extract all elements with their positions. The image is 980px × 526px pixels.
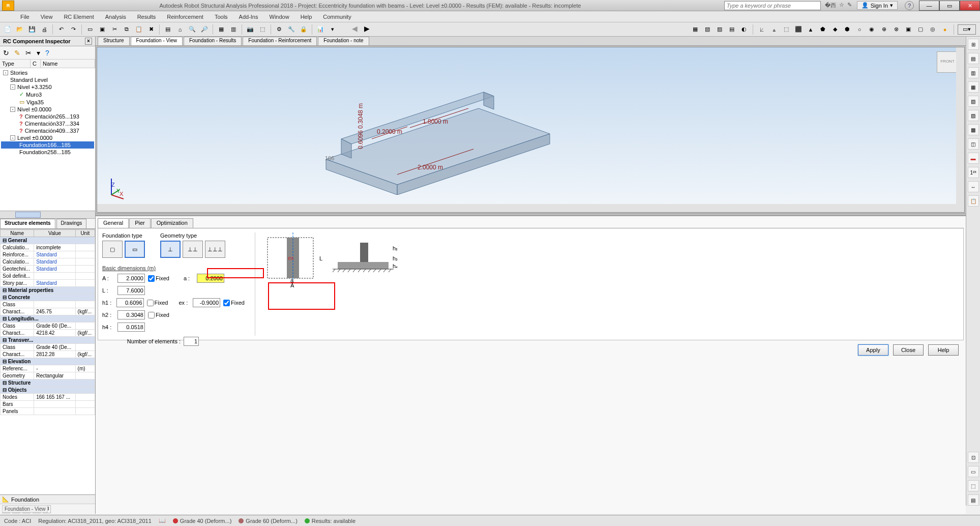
zoom-in-icon[interactable]: 🔍	[187, 24, 198, 35]
menu-view[interactable]: View	[36, 13, 58, 21]
rt-icon[interactable]: ▭	[968, 466, 979, 477]
tab-structure-elements[interactable]: Structure elements	[0, 219, 55, 228]
vm-icon[interactable]: ▢	[915, 24, 926, 35]
panel-close-icon[interactable]: ×	[85, 38, 92, 45]
subtab-optimization[interactable]: Optimization	[151, 218, 193, 228]
A-fixed-check[interactable]	[148, 275, 155, 282]
grid-icon[interactable]: ▥	[228, 24, 239, 35]
vm-icon[interactable]: ◉	[867, 24, 877, 35]
tab-structure[interactable]: Structure	[98, 37, 130, 45]
drop-icon[interactable]: ▾	[37, 49, 40, 57]
icon-a[interactable]: �西	[825, 2, 836, 9]
tree-node[interactable]: ?Cimentación409...337	[1, 127, 94, 134]
save-icon[interactable]: 💾	[26, 24, 38, 35]
ftype-1[interactable]: ▢	[102, 241, 123, 258]
tree-node[interactable]: ✓Muro3	[1, 91, 94, 98]
cut-icon[interactable]: ✂	[109, 24, 120, 35]
menu-reinforcement[interactable]: Reinforcement	[162, 13, 209, 21]
undo-icon[interactable]: ↶	[55, 24, 67, 35]
gear-icon[interactable]: ⚙	[274, 24, 285, 35]
vm-icon[interactable]: ⊕	[879, 24, 889, 35]
vm-icon[interactable]: ⬚	[781, 24, 791, 35]
close-button[interactable]: Close	[893, 344, 924, 356]
vm-icon[interactable]: ⊗	[891, 24, 901, 35]
vm-icon[interactable]: ◎	[928, 24, 938, 35]
viewport[interactable]: FRONT 0.2000	[96, 46, 966, 214]
h1-fixed-check[interactable]	[147, 300, 154, 306]
tree-node[interactable]: ?Cimentación337...334	[1, 120, 94, 127]
rt-icon[interactable]: ▩	[968, 124, 979, 135]
signin-button[interactable]: 👤Sign In▾	[857, 1, 898, 10]
subtab-pier[interactable]: Pier	[129, 218, 151, 228]
viewport-vscroll[interactable]	[956, 47, 964, 204]
next-arrow-icon[interactable]: ▶	[362, 24, 372, 35]
rt-icon[interactable]: ▥	[968, 67, 979, 78]
ftype-2[interactable]: ▭	[125, 241, 145, 258]
menu-rc-element[interactable]: RC Element	[58, 13, 99, 21]
tab-foundation-note[interactable]: Foundation - note	[318, 37, 369, 45]
menu-window[interactable]: Window	[264, 13, 294, 21]
foundation-bottom-tab[interactable]: 📐 Foundation	[0, 494, 95, 504]
help-button[interactable]: Help	[928, 344, 959, 356]
zoom-ext-icon[interactable]: ⌂	[174, 24, 186, 35]
del-icon[interactable]: ✖	[145, 24, 157, 35]
rt-icon[interactable]: ⊞	[968, 39, 979, 50]
menu-community[interactable]: Community	[318, 13, 357, 21]
rt-icon[interactable]: ▧	[968, 96, 979, 107]
tree-node[interactable]: ▭Viga35	[1, 98, 94, 106]
rt-icon[interactable]: ▤	[968, 53, 979, 64]
dropdown-icon[interactable]: ▾	[327, 24, 338, 35]
component-tree[interactable]: -StoriesStandard Level-Nivel +3.3250✓Mur…	[0, 68, 95, 211]
menu-file[interactable]: File	[15, 13, 35, 21]
tree-node[interactable]: Foundation166...185	[1, 141, 94, 149]
vm-icon[interactable]: ◆	[830, 24, 840, 35]
screenshot-icon[interactable]: 📷	[245, 24, 256, 35]
vm-icon[interactable]: ⬟	[818, 24, 828, 35]
refresh-icon[interactable]: ↻	[3, 49, 9, 57]
prev-arrow-icon[interactable]: ◀	[349, 24, 360, 35]
ex-input[interactable]	[193, 298, 220, 307]
rt-icon[interactable]: 📋	[968, 195, 979, 207]
tab-foundation-results[interactable]: Foundation - Results	[184, 37, 242, 45]
vm-icon[interactable]: ▦	[690, 24, 700, 35]
tab-foundation-reinforcement[interactable]: Foundation - Reinforcement	[243, 37, 317, 45]
tree-node[interactable]: ?Cimentación265...193	[1, 113, 94, 120]
tree-node[interactable]: -Stories	[1, 69, 94, 76]
wrench-icon[interactable]: 🔧	[286, 24, 297, 35]
redo-icon[interactable]: ↷	[68, 24, 79, 35]
vm-icon[interactable]: ⬢	[842, 24, 852, 35]
tree-node[interactable]: Standard Level	[1, 76, 94, 83]
L-input[interactable]	[117, 286, 145, 295]
tree-node[interactable]: Foundation258...185	[1, 149, 94, 156]
layout-dropdown-icon[interactable]: ▭▾	[958, 24, 976, 35]
vm-icon[interactable]: ▣	[903, 24, 913, 35]
rt-icon[interactable]: ◫	[968, 138, 979, 150]
close-button[interactable]: ✕	[960, 1, 980, 11]
select-icon[interactable]: ▭	[84, 24, 96, 35]
rt-icon[interactable]: ▬	[968, 153, 979, 164]
menu-results[interactable]: Results	[132, 13, 161, 21]
vm-icon[interactable]: ⟁	[769, 24, 779, 35]
h2-fixed-check[interactable]	[148, 312, 155, 318]
search-input[interactable]	[724, 1, 821, 10]
tool-icon[interactable]: ▣	[97, 24, 108, 35]
window-icon[interactable]: ▤	[162, 24, 173, 35]
property-grid[interactable]: NameValueUnit ⊟ GeneralCalculatio...inco…	[0, 229, 95, 494]
wand-icon[interactable]: ✎	[14, 49, 20, 57]
tab-drawings[interactable]: Drawings	[56, 219, 87, 228]
zoom-out-icon[interactable]: 🔎	[199, 24, 210, 35]
a-input[interactable]	[197, 274, 224, 283]
help-icon[interactable]: ?	[905, 1, 914, 10]
help-icon[interactable]: ?	[45, 49, 49, 57]
tree-scrollbar[interactable]	[0, 211, 95, 219]
rt-icon[interactable]: ⬚	[968, 480, 979, 491]
gtype-1[interactable]: ⊥	[160, 241, 181, 258]
material-icon[interactable]: ⬚	[257, 24, 268, 35]
paste-icon[interactable]: 📋	[133, 24, 144, 35]
minimize-button[interactable]: —	[919, 1, 939, 11]
icon-c[interactable]: ✎	[847, 2, 852, 9]
tree-node[interactable]: -Nivel ±0.0000	[1, 106, 94, 113]
maximize-button[interactable]: ▭	[939, 1, 960, 11]
rt-icon[interactable]: ⊡	[968, 452, 979, 463]
vm-icon[interactable]: ▲	[806, 24, 816, 35]
